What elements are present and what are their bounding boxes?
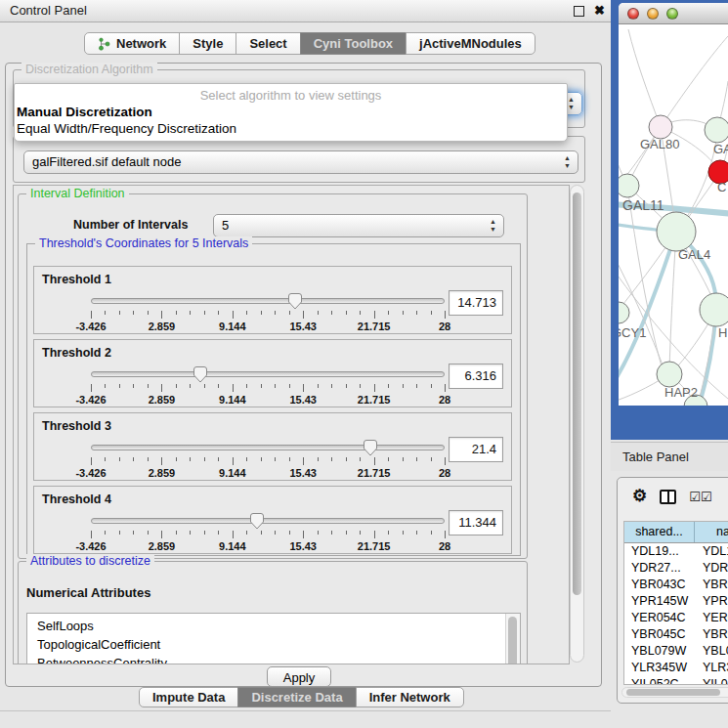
close-traffic-light-icon[interactable] (627, 8, 639, 20)
network-node[interactable] (619, 174, 639, 197)
scrollbar-thumb[interactable] (626, 689, 720, 696)
threshold-value-input[interactable]: 14.713 (449, 290, 503, 316)
tab-label: Style (193, 36, 223, 51)
gear-icon[interactable]: ⚙ (632, 487, 647, 506)
cell-name[interactable]: YBR0 (695, 577, 728, 593)
slider-thumb[interactable] (249, 512, 265, 530)
close-icon[interactable]: ✖ (594, 2, 605, 20)
table-row[interactable]: YBR043CYBR0 (624, 577, 728, 593)
scrollbar-thumb[interactable] (573, 193, 581, 595)
tab-discretize-data[interactable]: Discretize Data (237, 687, 356, 707)
threshold-slider[interactable]: -3.4262.8599.14415.4321.71528 (91, 365, 445, 407)
number-of-intervals-combo[interactable]: 5 ▲▼ (213, 214, 504, 237)
threshold-slider[interactable]: -3.4262.8599.14415.4321.71528 (91, 292, 445, 333)
table-row[interactable]: YDL19...YDL1 (624, 543, 728, 560)
tab-network[interactable]: Network (84, 32, 180, 55)
tab-infer-network[interactable]: Infer Network (356, 687, 464, 707)
cell-name[interactable]: YBL0 (695, 643, 728, 660)
tab-impute-data[interactable]: Impute Data (139, 687, 238, 707)
network-node[interactable] (657, 362, 682, 387)
scrollbar-thumb[interactable] (508, 617, 517, 664)
table-row[interactable]: YLR345WYLR3 (624, 660, 728, 676)
threshold-value-input[interactable]: 21.4 (449, 437, 503, 462)
slider-thumb[interactable] (363, 439, 378, 456)
table-row[interactable]: YPR145WYPR1 (624, 593, 728, 610)
cell-shared-name[interactable]: YER054C (624, 610, 695, 626)
threshold-slider[interactable]: -3.4262.8599.14415.4321.71528 (91, 439, 445, 480)
tick-mark (431, 384, 432, 388)
cell-name[interactable]: YBR0 (695, 626, 728, 643)
table-data-combo[interactable]: galFiltered.sif default node ▲▼ (23, 150, 578, 174)
slider-track[interactable] (91, 371, 445, 377)
table-row[interactable]: YBR045CYBR0 (624, 626, 728, 643)
cell-name[interactable]: YLR3 (695, 660, 728, 676)
attribute-list-item[interactable]: SelfLoops (27, 614, 520, 635)
tab-select[interactable]: Select (236, 32, 300, 55)
slider-thumb[interactable] (193, 365, 208, 383)
slider-track[interactable] (91, 518, 445, 524)
cell-shared-name[interactable]: YLR345W (624, 660, 695, 676)
tab-style[interactable]: Style (179, 32, 236, 55)
tick-mark (246, 457, 247, 461)
column-header-shared-name[interactable]: shared... (624, 522, 695, 542)
attribute-list-item[interactable]: TopologicalCoefficient (27, 635, 520, 654)
threshold-row: Threshold 3-3.4262.8599.14415.4321.71528… (33, 412, 512, 481)
horizontal-scrollbar[interactable] (621, 687, 728, 698)
checkbox-icons[interactable]: ☑☑ (689, 490, 711, 504)
network-node[interactable] (657, 212, 696, 251)
threshold-row: Threshold 1-3.4262.8599.14415.4321.71528… (33, 266, 512, 334)
table-row[interactable]: YDR27...YDR2 (624, 560, 728, 577)
cell-shared-name[interactable]: YBR045C (624, 626, 695, 643)
network-canvas[interactable]: GAL80GACGAL11GAL4GCY1HHAP2 (619, 24, 728, 406)
tick-label: 28 (439, 321, 450, 332)
minimize-traffic-light-icon[interactable] (647, 8, 659, 20)
network-window-titlebar[interactable] (619, 3, 728, 24)
cell-shared-name[interactable]: YDL19... (624, 543, 695, 560)
cell-name[interactable]: YDL1 (695, 543, 728, 560)
tick-mark (190, 531, 191, 535)
tick-mark (133, 457, 134, 461)
cell-shared-name[interactable]: YIL052C (624, 676, 695, 685)
cell-shared-name[interactable]: YBL079W (624, 643, 695, 660)
network-node[interactable] (700, 293, 728, 326)
cell-name[interactable]: YDR2 (695, 560, 728, 577)
zoom-traffic-light-icon[interactable] (666, 8, 678, 20)
cell-shared-name[interactable]: YPR145W (624, 593, 695, 610)
tick-mark (246, 311, 247, 315)
tick-mark (233, 311, 234, 319)
network-edge[interactable] (628, 29, 661, 127)
network-edge[interactable] (661, 36, 728, 127)
tab-jactivemnodules[interactable]: jActiveMNodules (406, 32, 535, 55)
network-node[interactable] (619, 302, 629, 323)
threshold-slider[interactable]: -3.4262.8599.14415.4321.71528 (91, 512, 445, 553)
float-window-icon[interactable] (574, 6, 584, 17)
tick-mark (105, 531, 106, 535)
popup-hint-item[interactable]: Select algorithm to view settings (15, 87, 567, 104)
slider-thumb[interactable] (287, 292, 303, 310)
list-scrollbar[interactable] (505, 614, 520, 664)
table-row[interactable]: YBL079WYBL0 (624, 643, 728, 660)
vertical-scrollbar[interactable] (570, 185, 584, 663)
slider-track[interactable] (91, 445, 445, 450)
popup-item-equal-width-frequency[interactable]: Equal Width/Frequency Discretization (15, 120, 567, 137)
threshold-value-input[interactable]: 6.316 (449, 364, 503, 389)
threshold-label: Threshold 3 (42, 419, 111, 433)
table-row[interactable]: YER054CYER0 (624, 610, 728, 626)
tick-mark (176, 531, 177, 535)
cell-name[interactable]: YIL0 (695, 676, 728, 685)
tab-cyni-toolbox[interactable]: Cyni Toolbox (300, 32, 407, 55)
column-header-name[interactable]: na (695, 522, 728, 542)
cell-shared-name[interactable]: YDR27... (624, 560, 695, 577)
cell-shared-name[interactable]: YBR043C (624, 577, 695, 593)
cell-name[interactable]: YPR1 (695, 593, 728, 610)
tick-mark (246, 531, 247, 535)
cell-name[interactable]: YER0 (695, 610, 728, 626)
table-row[interactable]: YIL052CYIL0 (624, 676, 728, 685)
popup-item-manual-discretization[interactable]: Manual Discretization (15, 104, 567, 120)
threshold-value-input[interactable]: 11.344 (449, 510, 503, 535)
network-node[interactable] (705, 117, 728, 143)
apply-button[interactable]: Apply (267, 666, 331, 687)
network-node[interactable] (649, 115, 672, 139)
slider-track[interactable] (91, 298, 445, 304)
split-view-icon[interactable] (660, 490, 676, 504)
